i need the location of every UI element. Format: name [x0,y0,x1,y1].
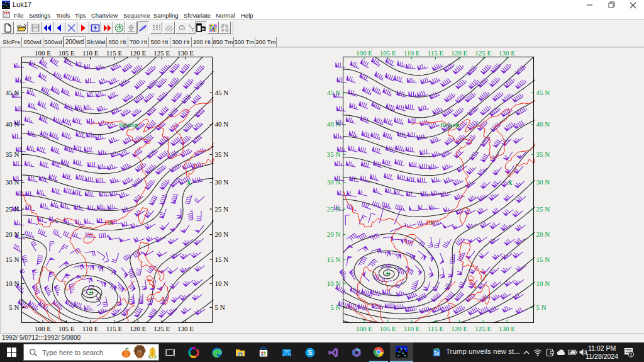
svg-text:20 N: 20 N [536,230,550,238]
svg-text:20 N: 20 N [327,230,341,238]
svg-text:HK: HK [426,219,436,226]
svg-text:35 N: 35 N [536,150,550,158]
svg-text:130 E: 130 E [177,49,194,57]
svg-text:30 N: 30 N [327,178,341,186]
svg-text:120 E: 120 E [130,325,146,332]
svg-text:35 N: 35 N [327,150,341,158]
svg-text:130 E: 130 E [499,325,515,332]
svg-text:45 N: 45 N [536,89,550,96]
svg-text:100 E: 100 E [35,49,51,57]
svg-text:Beijing: Beijing [119,122,137,128]
svg-text:105 E: 105 E [58,49,75,57]
svg-text:10 N: 10 N [6,280,19,287]
svg-text:115 E: 115 E [428,325,444,332]
svg-text:S: S [308,349,312,356]
svg-text:10 N: 10 N [215,280,229,287]
svg-text:15 N: 15 N [536,256,550,263]
svg-text:20 N: 20 N [215,230,229,238]
svg-text:110 E: 110 E [82,325,99,332]
svg-text:15 N: 15 N [215,256,229,263]
svg-text:40 N: 40 N [6,120,19,128]
svg-text:25 N: 25 N [327,205,341,213]
svg-text:115 E: 115 E [106,325,123,332]
svg-text:105 E: 105 E [380,49,396,57]
svg-text:110 E: 110 E [404,325,420,332]
svg-text:40 N: 40 N [215,120,229,128]
svg-text:35 N: 35 N [6,150,19,158]
svg-text:20 N: 20 N [6,230,19,238]
svg-text:130 E: 130 E [499,49,515,57]
svg-text:110 E: 110 E [82,49,99,57]
svg-text:40 N: 40 N [327,120,341,128]
svg-text:X: X [508,179,513,186]
svg-text:45 N: 45 N [6,89,19,96]
svg-text:40 N: 40 N [536,120,550,128]
svg-text:100 E: 100 E [35,325,51,332]
svg-text:115 E: 115 E [428,49,444,57]
svg-text:25 N: 25 N [215,205,229,213]
svg-text:125 E: 125 E [475,49,491,57]
svg-text:35 N: 35 N [215,150,229,158]
svg-text:125 E: 125 E [475,325,491,332]
svg-text:115 E: 115 E [106,49,123,57]
svg-text:10 N: 10 N [536,280,550,287]
svg-text:120 E: 120 E [451,49,467,57]
svg-text:25 N: 25 N [536,205,550,213]
svg-text:100 E: 100 E [356,325,372,332]
svg-text:HK: HK [105,219,114,226]
svg-text:45 N: 45 N [215,89,229,96]
svg-text:110 E: 110 E [404,49,420,57]
svg-text:120 E: 120 E [451,325,467,332]
svg-text:30 N: 30 N [215,178,229,186]
svg-text:100 E: 100 E [356,49,372,57]
svg-text:105 E: 105 E [380,325,396,332]
svg-text:15 N: 15 N [6,256,19,263]
svg-text:45 N: 45 N [327,89,341,96]
svg-text:130 E: 130 E [177,325,194,332]
svg-text:5 N: 5 N [215,303,225,311]
svg-text:125 E: 125 E [153,325,170,332]
svg-text:30 N: 30 N [6,178,19,186]
svg-text:30 N: 30 N [536,178,550,186]
svg-text:15 N: 15 N [327,256,341,263]
svg-text:5 N: 5 N [9,303,19,311]
svg-text:5 N: 5 N [536,303,547,311]
svg-text:120 E: 120 E [130,49,146,57]
svg-text:Beijing: Beijing [440,122,458,128]
svg-text:25 N: 25 N [6,205,19,213]
svg-text:5 N: 5 N [330,303,340,311]
svg-text:10 N: 10 N [327,280,341,287]
svg-text:X: X [186,179,191,186]
svg-text:105 E: 105 E [58,325,75,332]
svg-text:1: 1 [630,352,633,358]
svg-text:125 E: 125 E [153,49,170,57]
